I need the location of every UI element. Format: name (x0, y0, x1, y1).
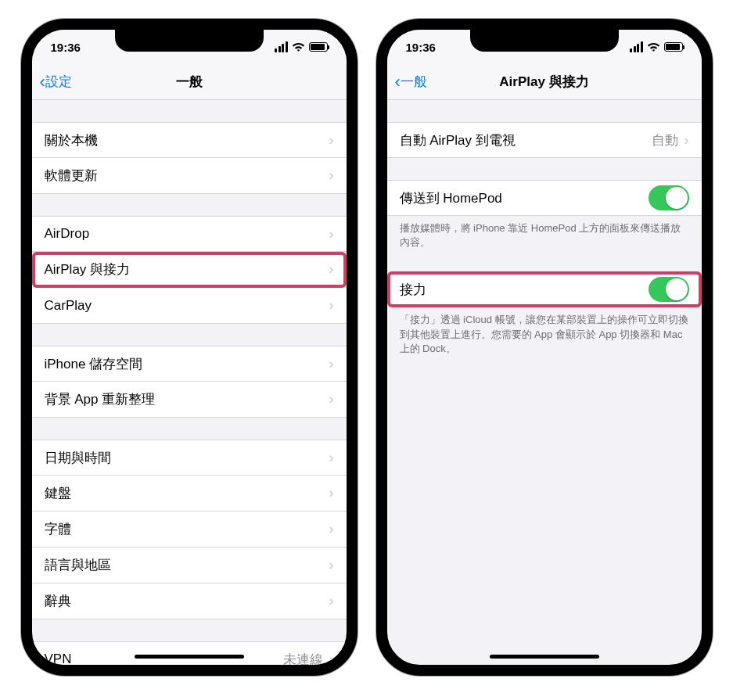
toggle-handoff[interactable] (649, 277, 689, 302)
group-footer: 播放媒體時，將 iPhone 靠近 HomePod 上方的面板來傳送播放內容。 (387, 216, 702, 249)
wifi-icon (292, 42, 305, 52)
row-label: 語言與地區 (45, 556, 111, 574)
page-title: 一般 (176, 73, 203, 91)
chevron-right-icon: › (329, 593, 334, 609)
status-icons (630, 41, 683, 52)
nav-bar: ‹ 設定 一般 (32, 64, 347, 100)
row-dictionary[interactable]: 辭典 › (32, 583, 347, 619)
home-indicator[interactable] (135, 655, 244, 659)
settings-group: AirDrop › AirPlay 與接力 › CarPlay › (32, 216, 347, 324)
chevron-right-icon: › (329, 485, 334, 501)
row-label: 背景 App 重新整理 (45, 390, 156, 408)
row-label: 關於本機 (45, 131, 98, 149)
row-label: 日期與時間 (45, 449, 111, 467)
chevron-right-icon: › (329, 167, 334, 184)
cellular-signal-icon (630, 41, 643, 52)
notch (115, 30, 264, 52)
back-button[interactable]: ‹ 一般 (395, 72, 427, 92)
row-carplay[interactable]: CarPlay › (32, 288, 347, 324)
chevron-right-icon: › (329, 652, 334, 666)
row-iphone-storage[interactable]: iPhone 儲存空間 › (32, 346, 347, 382)
row-label: 鍵盤 (45, 484, 71, 502)
row-date-time[interactable]: 日期與時間 › (32, 440, 347, 476)
row-label: VPN (45, 652, 72, 665)
toggle-homepod[interactable] (649, 185, 689, 210)
chevron-right-icon: › (329, 521, 334, 537)
back-label: 設定 (45, 73, 72, 91)
back-button[interactable]: ‹ 設定 (40, 72, 72, 92)
settings-group: 關於本機 › 軟體更新 › (32, 122, 347, 194)
row-keyboard[interactable]: 鍵盤 › (32, 476, 347, 512)
chevron-right-icon: › (329, 356, 334, 372)
row-label: 傳送到 HomePod (400, 189, 502, 207)
status-icons (275, 41, 328, 52)
row-vpn[interactable]: VPN 未連線 › (32, 641, 347, 665)
nav-bar: ‹ 一般 AirPlay 與接力 (387, 64, 702, 100)
battery-icon (309, 42, 328, 52)
settings-group: iPhone 儲存空間 › 背景 App 重新整理 › (32, 346, 347, 418)
row-label: iPhone 儲存空間 (45, 355, 143, 373)
chevron-right-icon: › (329, 226, 334, 242)
row-background-refresh[interactable]: 背景 App 重新整理 › (32, 382, 347, 418)
phone-left: 19:36 ‹ 設定 一般 關於本機 › 軟體更新 › (21, 19, 358, 676)
row-transfer-homepod[interactable]: 傳送到 HomePod (387, 180, 702, 216)
settings-group: 接力 「接力」透過 iCloud 帳號，讓您在某部裝置上的操作可立即切換到其他裝… (387, 271, 702, 356)
settings-group: 日期與時間 › 鍵盤 › 字體 › 語言與地區 › 辭典 › (32, 440, 347, 619)
row-label: AirPlay 與接力 (45, 260, 131, 278)
settings-group: VPN 未連線 › (32, 641, 347, 665)
row-label: CarPlay (45, 298, 92, 314)
row-detail: 未連線 (283, 651, 323, 666)
chevron-right-icon: › (329, 132, 334, 149)
row-airdrop[interactable]: AirDrop › (32, 216, 347, 252)
settings-group: 傳送到 HomePod 播放媒體時，將 iPhone 靠近 HomePod 上方… (387, 180, 702, 249)
row-auto-airplay-tv[interactable]: 自動 AirPlay 到電視 自動 › (387, 122, 702, 158)
home-indicator[interactable] (490, 655, 599, 659)
wifi-icon (647, 42, 660, 52)
chevron-left-icon: ‹ (40, 72, 45, 92)
cellular-signal-icon (275, 41, 288, 52)
row-fonts[interactable]: 字體 › (32, 512, 347, 547)
settings-list: 自動 AirPlay 到電視 自動 › 傳送到 HomePod 播放媒體時，將 … (387, 100, 702, 665)
row-language-region[interactable]: 語言與地區 › (32, 547, 347, 583)
status-time: 19:36 (406, 41, 436, 54)
row-label: 字體 (45, 520, 71, 538)
back-label: 一般 (401, 73, 427, 91)
row-handoff[interactable]: 接力 (387, 271, 702, 307)
row-label: 辭典 (45, 592, 71, 610)
chevron-right-icon: › (684, 132, 689, 149)
chevron-right-icon: › (329, 557, 334, 573)
row-label: 接力 (400, 281, 426, 299)
row-airplay-handoff[interactable]: AirPlay 與接力 › (32, 252, 347, 288)
page-title: AirPlay 與接力 (499, 73, 588, 91)
row-label: AirDrop (45, 226, 90, 242)
chevron-right-icon: › (329, 297, 334, 314)
settings-list: 關於本機 › 軟體更新 › AirDrop › AirPlay 與接力 › Ca… (32, 100, 347, 665)
phone-right: 19:36 ‹ 一般 AirPlay 與接力 自動 AirPlay 到電視 自動… (376, 19, 713, 676)
chevron-right-icon: › (329, 261, 334, 278)
battery-icon (664, 42, 683, 52)
row-detail: 自動 (652, 131, 678, 149)
row-label: 軟體更新 (45, 167, 98, 185)
chevron-left-icon: ‹ (395, 72, 401, 92)
settings-group: 自動 AirPlay 到電視 自動 › (387, 122, 702, 158)
chevron-right-icon: › (329, 391, 334, 407)
group-footer: 「接力」透過 iCloud 帳號，讓您在某部裝置上的操作可立即切換到其他裝置上進… (387, 307, 702, 356)
row-label: 自動 AirPlay 到電視 (400, 131, 516, 149)
status-time: 19:36 (51, 41, 81, 54)
row-about[interactable]: 關於本機 › (32, 122, 347, 158)
chevron-right-icon: › (329, 450, 334, 466)
notch (470, 30, 619, 52)
row-software-update[interactable]: 軟體更新 › (32, 158, 347, 194)
